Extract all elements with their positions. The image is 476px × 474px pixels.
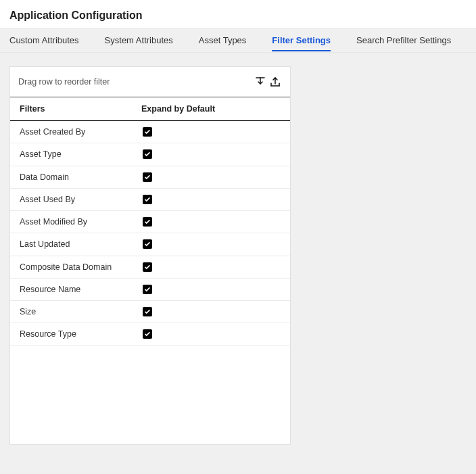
filter-label: Resource Type [20, 329, 135, 339]
column-header-filters: Filters [20, 104, 141, 114]
table-row[interactable]: Asset Modified By [10, 211, 290, 233]
export-icon[interactable] [268, 75, 282, 89]
table-row[interactable]: Asset Used By [10, 189, 290, 211]
table-row[interactable]: Resource Name [10, 279, 290, 301]
panel-header: Drag row to reorder filter [10, 67, 290, 97]
expand-checkbox[interactable] [143, 217, 152, 227]
tab-system-attributes[interactable]: System Attributes [105, 30, 173, 51]
tab-filter-settings[interactable]: Filter Settings [272, 30, 331, 51]
filter-label: Asset Used By [20, 194, 135, 205]
panel-hint-text: Drag row to reorder filter [18, 77, 110, 87]
filter-label: Size [20, 306, 135, 317]
expand-checkbox[interactable] [143, 195, 152, 204]
filter-label: Resource Name [20, 284, 135, 295]
tab-asset-types[interactable]: Asset Types [199, 30, 247, 51]
expand-checkbox[interactable] [143, 285, 152, 294]
filter-settings-panel: Drag row to reorder filter [9, 66, 291, 445]
filter-label: Asset Type [20, 149, 135, 160]
table-row[interactable]: Composite Data Domain [10, 256, 290, 279]
filter-label: Composite Data Domain [20, 262, 135, 272]
table-row[interactable]: Data Domain [10, 166, 290, 189]
expand-checkbox[interactable] [143, 307, 152, 316]
panel-header-actions [254, 75, 282, 89]
column-header-expand: Expand by Default [141, 104, 281, 114]
expand-checkbox[interactable] [143, 127, 152, 137]
tabbar: Custom Attributes System Attributes Asse… [0, 28, 476, 53]
filter-label: Asset Created By [20, 126, 135, 137]
table-body: Asset Created By Asset Type Data Domain … [10, 121, 290, 346]
table-row[interactable]: Size [10, 301, 290, 323]
expand-checkbox[interactable] [143, 262, 152, 272]
table-row[interactable]: Asset Created By [10, 121, 290, 143]
tab-custom-attributes[interactable]: Custom Attributes [9, 30, 79, 51]
table-row[interactable]: Last Updated [10, 233, 290, 256]
expand-checkbox[interactable] [143, 239, 152, 249]
table-row[interactable]: Asset Type [10, 143, 290, 166]
tab-search-prefilter-settings[interactable]: Search Prefilter Settings [356, 30, 451, 51]
filter-label: Last Updated [20, 239, 135, 250]
expand-checkbox[interactable] [143, 172, 152, 182]
expand-checkbox[interactable] [143, 149, 152, 159]
page-title: Application Configuration [0, 0, 476, 28]
import-icon[interactable] [254, 75, 267, 89]
table-row[interactable]: Resource Type [10, 323, 290, 346]
table-header: Filters Expand by Default [10, 97, 290, 121]
content-area: Drag row to reorder filter [0, 53, 476, 474]
filter-label: Asset Modified By [20, 216, 135, 227]
filter-label: Data Domain [20, 172, 135, 183]
expand-checkbox[interactable] [143, 329, 152, 339]
